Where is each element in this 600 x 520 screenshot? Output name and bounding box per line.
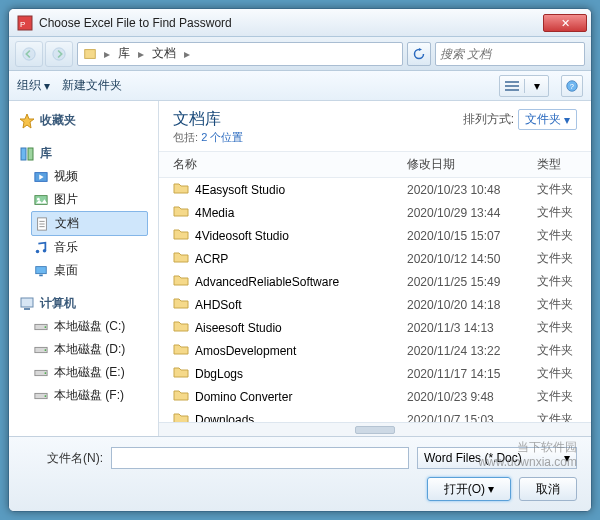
column-type[interactable]: 类型	[537, 156, 577, 173]
chevron-down-icon: ▾	[564, 113, 570, 127]
svg-rect-7	[505, 81, 519, 83]
chevron-right-icon[interactable]: ▸	[136, 47, 146, 61]
library-locations-link[interactable]: 2 个位置	[201, 131, 243, 143]
file-row[interactable]: 4Media2020/10/29 13:44文件夹	[159, 201, 591, 224]
breadcrumb[interactable]: ▸ 库 ▸ 文档 ▸	[77, 42, 403, 66]
folder-icon	[173, 226, 189, 245]
folder-icon	[173, 364, 189, 383]
file-type-combo[interactable]: Word Files (*.Doc)▾	[417, 447, 577, 469]
navigation-pane: 收藏夹 库 视频 图片 文档 音乐 桌面 计算机 本地磁盘 (C:)	[9, 101, 159, 436]
sidebar-drive-d[interactable]: 本地磁盘 (D:)	[19, 338, 148, 361]
svg-point-28	[45, 326, 47, 328]
sidebar-item-videos[interactable]: 视频	[19, 165, 148, 188]
main-area: 收藏夹 库 视频 图片 文档 音乐 桌面 计算机 本地磁盘 (C:)	[9, 101, 591, 436]
sidebar-favorites-label: 收藏夹	[40, 112, 76, 129]
sidebar-drive-e[interactable]: 本地磁盘 (E:)	[19, 361, 148, 384]
drive-icon	[33, 342, 49, 358]
close-button[interactable]: ✕	[543, 14, 587, 32]
svg-rect-4	[85, 49, 96, 58]
address-bar: ▸ 库 ▸ 文档 ▸	[9, 37, 591, 71]
sidebar-libraries[interactable]: 库	[19, 142, 148, 165]
sidebar-item-music[interactable]: 音乐	[19, 236, 148, 259]
videos-icon	[33, 169, 49, 185]
drive-icon	[33, 365, 49, 381]
library-icon	[82, 46, 98, 62]
file-name: ACRP	[195, 252, 228, 266]
file-row[interactable]: DbgLogs2020/11/17 14:15文件夹	[159, 362, 591, 385]
bottom-panel: 文件名(N): Word Files (*.Doc)▾ 打开(O) ▾ 取消	[9, 436, 591, 511]
file-type: 文件夹	[537, 319, 577, 336]
app-icon: P	[17, 15, 33, 31]
file-row[interactable]: Downloads2020/10/7 15:03文件夹	[159, 408, 591, 422]
breadcrumb-seg-documents[interactable]: 文档	[150, 45, 178, 62]
new-folder-button[interactable]: 新建文件夹	[62, 77, 122, 94]
sidebar-item-documents[interactable]: 文档	[31, 211, 148, 236]
filename-input[interactable]	[111, 447, 409, 469]
file-type: 文件夹	[537, 388, 577, 405]
breadcrumb-seg-libraries[interactable]: 库	[116, 45, 132, 62]
sidebar-computer[interactable]: 计算机	[19, 292, 148, 315]
file-row[interactable]: AmosDevelopment2020/11/24 13:22文件夹	[159, 339, 591, 362]
svg-rect-25	[21, 298, 33, 307]
view-mode-button[interactable]: ▾	[499, 75, 549, 97]
search-input[interactable]	[440, 47, 591, 61]
nav-forward-button[interactable]	[45, 41, 73, 67]
organize-button[interactable]: 组织 ▾	[17, 77, 50, 94]
file-type: 文件夹	[537, 296, 577, 313]
chevron-right-icon[interactable]: ▸	[102, 47, 112, 61]
folder-icon	[173, 203, 189, 222]
help-button[interactable]: ?	[561, 75, 583, 97]
svg-point-32	[45, 372, 47, 374]
sidebar-item-desktop[interactable]: 桌面	[19, 259, 148, 282]
folder-icon	[173, 272, 189, 291]
open-button[interactable]: 打开(O) ▾	[427, 477, 511, 501]
file-row[interactable]: ACRP2020/10/12 14:50文件夹	[159, 247, 591, 270]
refresh-button[interactable]	[407, 42, 431, 66]
file-date: 2020/10/29 13:44	[407, 206, 537, 220]
chevron-right-icon[interactable]: ▸	[182, 47, 192, 61]
sidebar-item-pictures[interactable]: 图片	[19, 188, 148, 211]
cancel-button[interactable]: 取消	[519, 477, 577, 501]
toolbar: 组织 ▾ 新建文件夹 ▾ ?	[9, 71, 591, 101]
file-list[interactable]: 4Easysoft Studio2020/10/23 10:48文件夹4Medi…	[159, 178, 591, 422]
column-name[interactable]: 名称	[173, 156, 407, 173]
library-title: 文档库	[173, 109, 243, 130]
file-type: 文件夹	[537, 227, 577, 244]
nav-back-button[interactable]	[15, 41, 43, 67]
svg-text:?: ?	[570, 82, 574, 91]
sidebar-computer-label: 计算机	[40, 295, 76, 312]
file-type: 文件夹	[537, 181, 577, 198]
svg-point-34	[45, 395, 47, 397]
folder-icon	[173, 387, 189, 406]
file-name: AdvancedReliableSoftware	[195, 275, 339, 289]
star-icon	[19, 113, 35, 129]
file-name: Aiseesoft Studio	[195, 321, 282, 335]
arrange-by-combo[interactable]: 文件夹▾	[518, 109, 577, 130]
scroll-thumb[interactable]	[355, 426, 395, 434]
file-type: 文件夹	[537, 250, 577, 267]
file-date: 2020/11/3 14:13	[407, 321, 537, 335]
drive-icon	[33, 388, 49, 404]
file-row[interactable]: Domino Converter2020/10/23 9:48文件夹	[159, 385, 591, 408]
folder-icon	[173, 249, 189, 268]
file-row[interactable]: 4Easysoft Studio2020/10/23 10:48文件夹	[159, 178, 591, 201]
file-row[interactable]: 4Videosoft Studio2020/10/15 15:07文件夹	[159, 224, 591, 247]
file-dialog-window: P Choose Excel File to Find Password ✕ ▸…	[8, 8, 592, 512]
chevron-down-icon: ▾	[564, 451, 570, 465]
column-modified[interactable]: 修改日期	[407, 156, 537, 173]
desktop-icon	[33, 263, 49, 279]
horizontal-scrollbar[interactable]	[159, 422, 591, 436]
file-type: 文件夹	[537, 411, 577, 422]
sidebar-favorites[interactable]: 收藏夹	[19, 109, 148, 132]
file-row[interactable]: AdvancedReliableSoftware2020/11/25 15:49…	[159, 270, 591, 293]
chevron-down-icon: ▾	[488, 482, 494, 496]
drive-icon	[33, 319, 49, 335]
search-box[interactable]	[435, 42, 585, 66]
file-row[interactable]: AHDSoft2020/10/20 14:18文件夹	[159, 293, 591, 316]
file-row[interactable]: Aiseesoft Studio2020/11/3 14:13文件夹	[159, 316, 591, 339]
search-icon	[591, 47, 592, 61]
title-bar: P Choose Excel File to Find Password ✕	[9, 9, 591, 37]
sidebar-drive-f[interactable]: 本地磁盘 (F:)	[19, 384, 148, 407]
sidebar-drive-c[interactable]: 本地磁盘 (C:)	[19, 315, 148, 338]
column-headers: 名称 修改日期 类型	[159, 152, 591, 178]
